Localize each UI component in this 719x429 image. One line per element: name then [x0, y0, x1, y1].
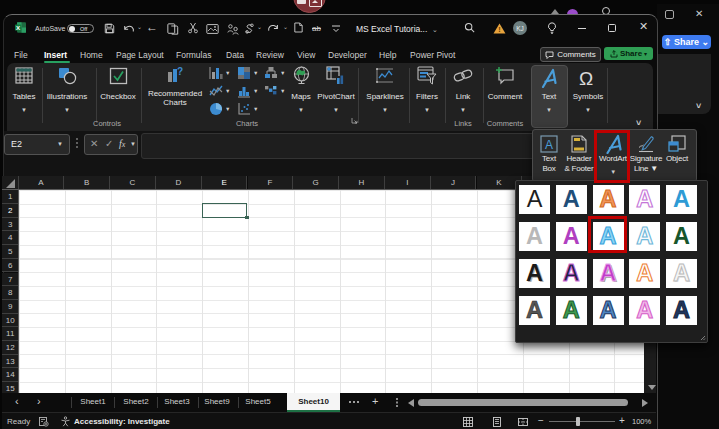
svg-text:!: !	[498, 25, 500, 34]
svg-text:?: ?	[177, 67, 183, 77]
svg-text:A: A	[545, 138, 553, 152]
